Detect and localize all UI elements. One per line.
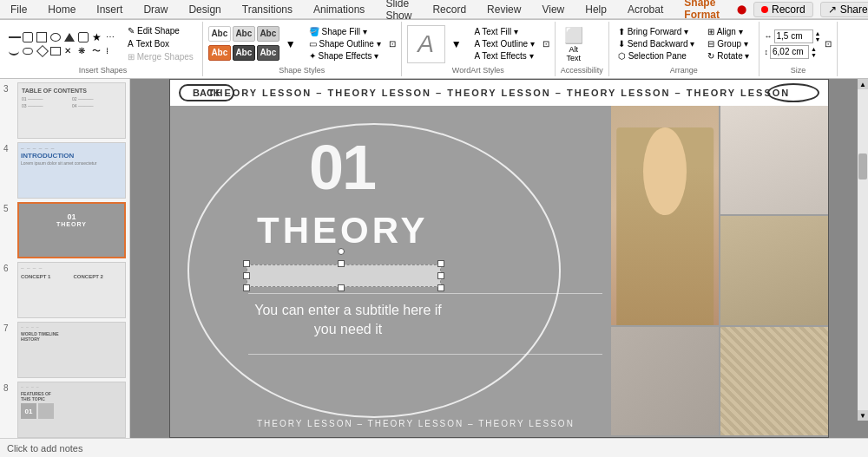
shape-star[interactable]: ★ <box>92 31 104 43</box>
shape-curve[interactable] <box>9 47 19 55</box>
selection-handle-tr[interactable] <box>437 260 444 267</box>
scroll-up-btn[interactable]: ▲ <box>858 79 868 89</box>
shape-diamond[interactable] <box>36 44 49 56</box>
scroll-down-btn[interactable]: ▼ <box>858 410 868 421</box>
height-input[interactable] <box>770 45 809 59</box>
photo-cell-3 <box>720 216 828 324</box>
ribbon-group-wordart: A ▼ A Text Fill ▾ A Text Outline ▾ A Tex… <box>402 22 556 76</box>
shape-extra[interactable]: ⁞ <box>106 46 118 55</box>
text-fill-btn[interactable]: A Text Fill ▾ <box>471 26 538 37</box>
style-scroll-down[interactable]: ▼ <box>286 38 296 50</box>
shape-flower[interactable]: ❋ <box>78 46 90 55</box>
text-outline-btn[interactable]: A Text Outline ▾ <box>471 38 538 49</box>
group-btn[interactable]: ⊟ Group ▾ <box>704 38 753 49</box>
slide-img-6[interactable]: ─ ─ ─ ─ CONCEPT 1 CONCEPT 2 <box>17 262 126 318</box>
shape-cloud[interactable] <box>23 48 33 55</box>
slide-img-7[interactable]: ─ ─ ─ ─ WORLD TIMELINEHISTORY <box>17 322 126 378</box>
edit-shape-btn[interactable]: ✎ Edit Shape <box>124 25 197 36</box>
menu-draw[interactable]: Draw <box>140 2 171 17</box>
slide-thumb-4[interactable]: 4 ─ ─ ─ ─ ─ ─ INTRODUCTION Lorem ipsum d… <box>3 142 126 199</box>
style-abc-3[interactable]: Abc <box>257 26 279 42</box>
style-abc-6[interactable]: Abc <box>257 45 279 61</box>
back-button[interactable]: BACK <box>179 84 234 101</box>
scroll-track[interactable] <box>858 89 868 410</box>
status-bar: Click to add notes <box>0 438 868 457</box>
bring-forward-btn[interactable]: ⬆ Bring Forward ▾ <box>615 26 699 37</box>
height-icon: ↕ <box>765 48 769 56</box>
slide-img-3[interactable]: TABLE OF CONTENTS 01 ─────02 ───── 03 ──… <box>17 82 126 139</box>
shape-tri[interactable] <box>64 33 75 42</box>
horizontal-line-2 <box>248 354 602 355</box>
size-expand[interactable]: ⊡ <box>825 39 832 49</box>
menu-design[interactable]: Design <box>185 2 224 17</box>
shape-rect[interactable] <box>36 32 47 42</box>
width-input[interactable] <box>774 29 813 43</box>
slide-thumb-6[interactable]: 6 ─ ─ ─ ─ CONCEPT 1 CONCEPT 2 <box>3 262 126 318</box>
shape-x[interactable]: ✕ <box>64 46 76 55</box>
vertical-scrollbar[interactable]: ▲ ▼ <box>858 79 868 421</box>
shape-fill-btn[interactable]: 🪣 Shape Fill ▾ <box>306 26 385 37</box>
wordart-expand[interactable]: ⊡ <box>542 39 549 49</box>
shape-pentagon[interactable] <box>78 32 89 42</box>
menu-view[interactable]: View <box>538 2 568 17</box>
slide-img-8[interactable]: ─ ─ ─ ─ FEATURES OFTHIS TOPIC 01 <box>17 382 126 438</box>
rotate-btn[interactable]: ↻ Rotate ▾ <box>704 50 753 62</box>
selection-handle-tc[interactable] <box>338 260 345 267</box>
menu-home[interactable]: Home <box>44 2 79 17</box>
insert-shapes-title: Insert Shapes <box>9 64 197 75</box>
selection-handle-tl[interactable] <box>243 260 250 267</box>
align-btn[interactable]: ⊞ Align ▾ <box>704 26 753 37</box>
menu-file[interactable]: File <box>7 2 30 17</box>
slide-thumb-7[interactable]: 7 ─ ─ ─ ─ WORLD TIMELINEHISTORY <box>3 322 126 378</box>
slide-thumb-8[interactable]: 8 ─ ─ ─ ─ FEATURES OFTHIS TOPIC 01 <box>3 382 126 438</box>
style-abc-1[interactable]: Abc <box>208 26 231 42</box>
slide-thumb-3[interactable]: 3 TABLE OF CONTENTS 01 ─────02 ───── 03 … <box>3 82 126 139</box>
selection-handle-bl[interactable] <box>243 284 250 291</box>
menu-record[interactable]: Record <box>429 2 470 17</box>
slide-img-4[interactable]: ─ ─ ─ ─ ─ ─ INTRODUCTION Lorem ipsum dol… <box>17 142 126 199</box>
share-button[interactable]: ↗ Share <box>820 2 868 17</box>
selection-handle-mr[interactable] <box>437 272 444 279</box>
menu-review[interactable]: Review <box>483 2 524 17</box>
shape-hex[interactable] <box>50 47 61 55</box>
shape-more[interactable]: ⋯ <box>106 32 118 42</box>
menu-transitions[interactable]: Transitions <box>239 2 296 17</box>
width-spinner[interactable]: ▲▼ <box>815 30 821 42</box>
selection-handle-br[interactable] <box>437 284 444 291</box>
send-backward-btn[interactable]: ⬇ Send Backward ▾ <box>615 38 699 49</box>
selection-pane-btn[interactable]: ⬡ Selection Pane <box>615 50 699 62</box>
alt-text-btn[interactable]: ⬜ AltText <box>561 24 587 64</box>
shape-wave[interactable]: 〜 <box>92 45 104 57</box>
text-box-btn[interactable]: A Text Box <box>124 38 197 49</box>
photo-grid <box>611 106 828 437</box>
style-abc-4[interactable]: Abc <box>208 45 231 61</box>
slide-top-bar: BACK THEORY LESSON – THEORY LESSON – THE… <box>170 80 828 106</box>
wordart-preview[interactable]: A <box>407 25 445 63</box>
menu-acrobat[interactable]: Acrobat <box>624 2 667 17</box>
wordart-scroll[interactable]: ▼ <box>451 38 462 50</box>
slide-canvas[interactable]: BACK THEORY LESSON – THEORY LESSON – THE… <box>169 79 829 438</box>
selection-handle-ml[interactable] <box>243 272 250 279</box>
merge-shapes-btn[interactable]: ⊞ Merge Shapes <box>124 51 197 62</box>
selection-handle-bc[interactable] <box>338 284 345 291</box>
menu-insert[interactable]: Insert <box>93 2 126 17</box>
shape-line[interactable] <box>9 36 21 38</box>
shape-arrow[interactable] <box>23 32 33 42</box>
shape-outline-btn[interactable]: ▭ Shape Outline ▾ <box>306 38 385 49</box>
scroll-thumb[interactable] <box>858 153 867 180</box>
slide-thumb-5[interactable]: 5 01 THEORY <box>3 202 126 258</box>
shape-effects-btn[interactable]: ✦ Shape Effects ▾ <box>306 50 385 62</box>
shape-oval[interactable] <box>50 33 61 42</box>
slide-subtitle[interactable]: You can enter a subtitle here if you nee… <box>248 301 448 340</box>
style-abc-2[interactable]: Abc <box>233 26 255 42</box>
rotate-handle[interactable] <box>338 248 345 255</box>
text-effects-btn[interactable]: A Text Effects ▾ <box>471 50 538 62</box>
slide-num-7: 7 <box>3 322 14 333</box>
menu-animations[interactable]: Animations <box>310 2 368 17</box>
slide-img-5[interactable]: 01 THEORY <box>17 202 126 258</box>
height-spinner[interactable]: ▲▼ <box>811 46 817 58</box>
style-abc-5[interactable]: Abc <box>233 45 255 61</box>
menu-help[interactable]: Help <box>582 2 610 17</box>
shape-styles-expand[interactable]: ⊡ <box>389 39 396 49</box>
record-button[interactable]: Record <box>753 2 813 17</box>
